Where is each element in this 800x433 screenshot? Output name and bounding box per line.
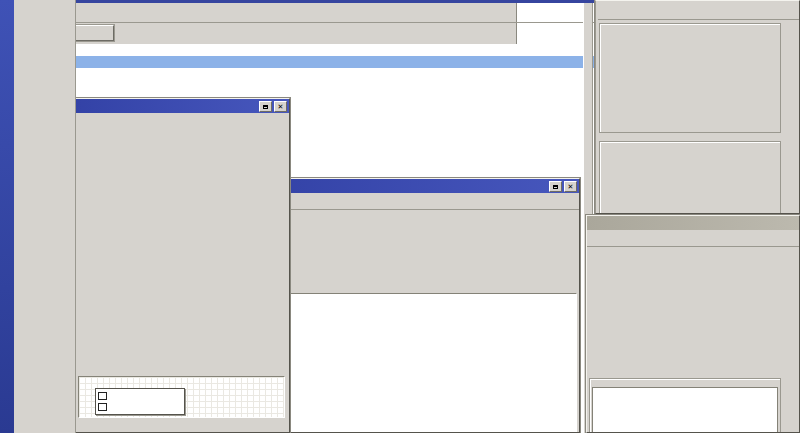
signal-title-bar	[587, 216, 799, 230]
signal-strengths-group	[589, 378, 781, 433]
bandwidth-graph-legend	[95, 388, 185, 415]
restore-icon	[553, 185, 558, 189]
bandwidth-title-bar: ✕	[73, 99, 289, 113]
registration-detail-window	[586, 215, 800, 433]
tx-legend-swatch	[98, 392, 107, 400]
rx-legend-swatch	[98, 403, 107, 411]
ping-results-table	[265, 293, 577, 432]
ht-basic-mcs-group	[599, 141, 781, 214]
close-button[interactable]: ✕	[564, 181, 577, 192]
ping-table-rows	[266, 306, 576, 431]
restore-button[interactable]	[259, 101, 272, 112]
restore-button[interactable]	[549, 181, 562, 192]
ht-tab-bar	[598, 3, 799, 20]
close-button[interactable]: ✕	[274, 101, 287, 112]
bandwidth-test-window: ✕	[72, 98, 290, 433]
ht-supported-mcs-group	[599, 23, 781, 133]
ping-tab-bar	[267, 194, 579, 210]
ping-table-header	[266, 294, 576, 305]
signal-strengths-table	[592, 387, 778, 433]
winbox-screen: ✕ ✕	[0, 0, 800, 433]
signal-tab-bar	[587, 231, 799, 247]
ping-title-bar: ✕	[263, 179, 579, 193]
brand-strip	[0, 0, 14, 433]
wireless-interface-window	[595, 0, 800, 214]
restore-icon	[263, 105, 268, 109]
close-icon: ✕	[278, 103, 284, 110]
close-icon: ✕	[568, 183, 574, 190]
sidebar	[14, 0, 76, 433]
ping-window: ✕	[262, 178, 580, 433]
